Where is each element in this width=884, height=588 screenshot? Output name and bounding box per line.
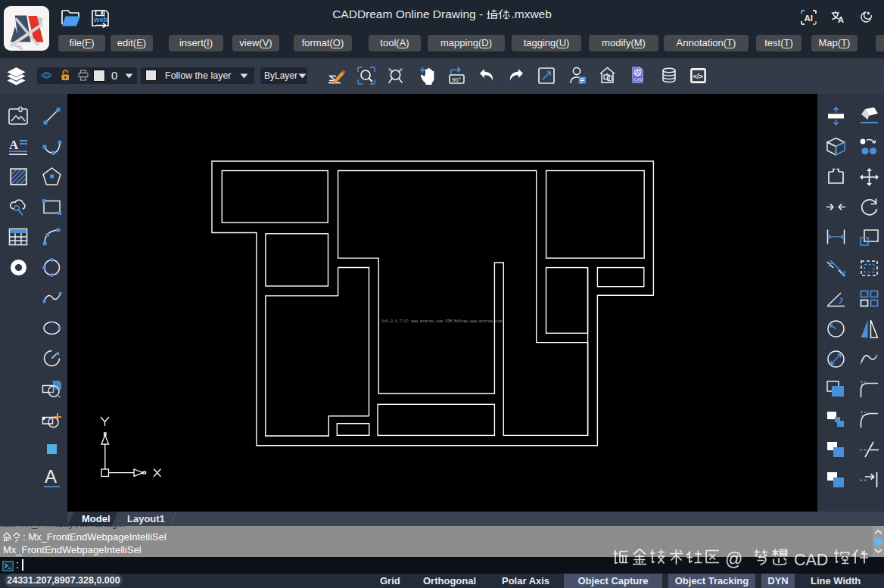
svg-text:AI: AI [805, 14, 814, 23]
svg-text:90°: 90° [452, 76, 461, 83]
svg-text:A: A [9, 138, 19, 152]
svg-text:CAD: CAD [634, 77, 643, 82]
svg-text:A: A [838, 15, 844, 23]
svg-text:</>: </> [693, 72, 703, 80]
svg-text:A: A [45, 467, 57, 487]
svg-text:Vc6.0.6.7/1? www.mxdraw.com C: Vc6.0.6.7/1? www.mxdraw.com COM.MxDraw w… [381, 319, 502, 324]
svg-text:@: @ [725, 549, 742, 569]
svg-text:CAD: CAD [794, 551, 828, 569]
